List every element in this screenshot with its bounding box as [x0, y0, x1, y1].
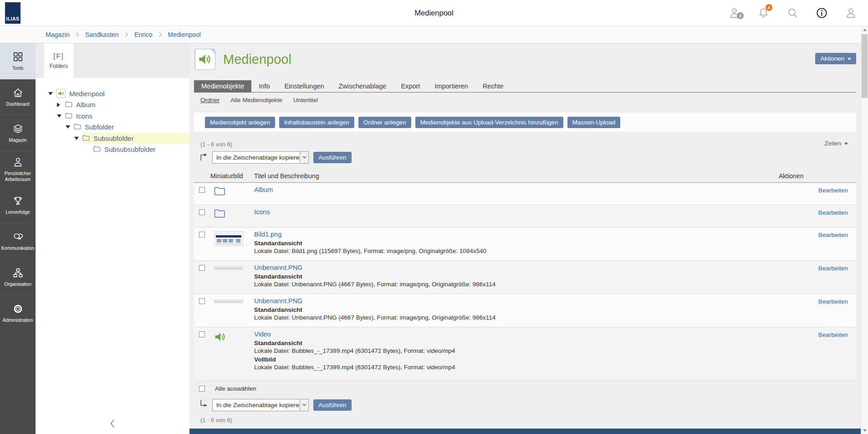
file-detail: Lokale Datei: Bubbles_-_17399.mp4 (63014…	[254, 364, 779, 371]
tree-node-icons[interactable]: Icons	[36, 110, 189, 122]
sidebar-item-tools[interactable]: Tools	[0, 43, 36, 79]
table-row: Bild1.png Standardansicht Lokale Datei: …	[194, 227, 856, 261]
scrollbar-thumb[interactable]	[862, 34, 868, 98]
tab-folders[interactable]: [F] Folders	[44, 43, 73, 78]
row-checkbox[interactable]	[199, 187, 205, 193]
media-title-link[interactable]: Unbenannt.PNG	[254, 297, 302, 305]
tree-node-label[interactable]: Subfolder	[85, 123, 114, 131]
tree-node-subfolder[interactable]: Subfolder	[36, 122, 189, 133]
sidebar-item-lernerfolge[interactable]: Lernerfolge	[0, 187, 36, 223]
tree-node-album[interactable]: Album	[36, 99, 189, 111]
expander-open-icon[interactable]	[66, 125, 71, 129]
sidebar-item-persoenlicher-arbeitsraum[interactable]: Persönlicher Arbeitsraum	[0, 151, 36, 187]
table-header-row: Miniaturbild Titel und Beschreibung Akti…	[194, 170, 856, 183]
breadcrumb-item-enrico[interactable]: Enrico	[134, 31, 153, 38]
caret-down-icon	[844, 143, 848, 145]
row-checkbox[interactable]	[199, 232, 205, 238]
tree-panel-tabs: [F] Folders	[36, 43, 189, 78]
scroll-down-button[interactable]	[861, 427, 868, 434]
tab-zwischenablage[interactable]: Zwischenablage	[332, 80, 394, 92]
select-all-checkbox[interactable]	[199, 386, 205, 392]
media-title-link[interactable]: Icons	[254, 208, 270, 216]
edit-link[interactable]: Bearbeiten	[818, 187, 848, 194]
tab-medienobjekte[interactable]: Medienobjekte	[194, 80, 251, 92]
row-checkbox[interactable]	[199, 265, 205, 271]
edit-link[interactable]: Bearbeiten	[818, 331, 848, 338]
breadcrumb-item-sandkasten[interactable]: Sandkasten	[85, 31, 119, 38]
trophy-icon	[12, 195, 24, 207]
subtab-alle-medienobjekte[interactable]: Alle Medienobjekte	[230, 97, 282, 103]
tree-node-label[interactable]: Subsubsubfolder	[104, 145, 156, 153]
tab-info[interactable]: Info	[251, 80, 277, 92]
notifications-badge: 3	[766, 4, 772, 11]
tab-importieren[interactable]: Importieren	[427, 80, 475, 92]
edit-link[interactable]: Bearbeiten	[818, 209, 848, 216]
search-icon[interactable]	[786, 5, 799, 21]
speaker-icon	[214, 337, 226, 344]
tree-node-subsubfolder[interactable]: Subsubfolder	[36, 133, 189, 144]
contacts-icon[interactable]: 3	[728, 5, 740, 21]
breadcrumb-item-medienpool[interactable]: Medienpool	[168, 31, 201, 38]
execute-button[interactable]: Ausführen	[313, 399, 352, 411]
notifications-bell-icon[interactable]: 3	[757, 5, 770, 21]
ilias-logo[interactable]: ILIAS	[5, 2, 20, 24]
tree-node-label[interactable]: Subsubfolder	[93, 134, 133, 142]
sidebar-item-kommunikation[interactable]: Kommunikation	[0, 223, 36, 259]
create-folder-button[interactable]: Ordner anlegen	[358, 117, 411, 128]
scroll-up-button[interactable]	[861, 26, 868, 33]
column-header-thumbnail: Miniaturbild	[210, 172, 254, 180]
rows-dropdown-link[interactable]: Zeilen	[824, 140, 848, 147]
add-from-upload-directory-button[interactable]: Medienobjekte aus Upload-Verzeichnis hin…	[415, 117, 563, 128]
column-header-title: Titel und Beschreibung	[254, 172, 779, 180]
actions-dropdown-button[interactable]: Aktionen	[815, 53, 856, 64]
tree-node-label[interactable]: Album	[76, 101, 96, 108]
folder-icon	[93, 145, 101, 153]
chevron-left-icon	[109, 418, 116, 429]
expander-open-icon[interactable]	[74, 137, 79, 140]
edit-link[interactable]: Bearbeiten	[818, 232, 848, 238]
tree-node-label[interactable]: Icons	[76, 112, 92, 120]
create-content-snippet-button[interactable]: Inhaltsbaustein anlegen	[279, 117, 354, 128]
breadcrumb-item-magazin[interactable]: Magazin	[46, 31, 70, 38]
bulk-action-select[interactable]: In die Zwischenablage kopieren	[212, 399, 309, 411]
tree-node-label[interactable]: Medienpool	[69, 90, 105, 98]
help-info-icon[interactable]	[815, 5, 828, 21]
sidebar-label: Persönlicher Arbeitsraum	[1, 170, 34, 182]
expander-closed-icon[interactable]	[57, 103, 62, 107]
subtab-untertitel[interactable]: Untertitel	[293, 97, 318, 103]
row-checkbox[interactable]	[199, 298, 205, 304]
tree-node-medienpool[interactable]: Medienpool	[36, 88, 189, 99]
create-media-object-button[interactable]: Medienobjekt anlegen	[205, 117, 275, 128]
expander-open-icon[interactable]	[57, 114, 62, 118]
tree-node-subsubsubfolder[interactable]: Subsubsubfolder	[36, 144, 189, 155]
tree-panel: [F] Folders Medienpool Album	[36, 43, 189, 434]
sidebar-item-magazin[interactable]: Magazin	[0, 115, 36, 151]
row-checkbox[interactable]	[199, 209, 205, 215]
edit-link[interactable]: Bearbeiten	[818, 265, 848, 272]
media-title-link[interactable]: Album	[254, 186, 273, 193]
sidebar-item-dashboard[interactable]: Dashboard	[0, 79, 36, 115]
tab-einstellungen[interactable]: Einstellungen	[277, 80, 332, 92]
media-title-link[interactable]: Unbenannt.PNG	[254, 264, 302, 271]
media-title-link[interactable]: Bild1.png	[254, 231, 281, 238]
subtab-ordner[interactable]: Ordner	[200, 97, 220, 103]
tab-rechte[interactable]: Rechte	[475, 80, 511, 92]
media-title-link[interactable]: Video	[254, 331, 271, 338]
bulk-upload-button[interactable]: Massen-Upload	[567, 117, 621, 128]
expander-open-icon[interactable]	[48, 92, 53, 95]
collapse-panel-button[interactable]	[109, 418, 116, 430]
tab-export[interactable]: Export	[393, 80, 427, 92]
sidebar-item-administration[interactable]: Administration	[0, 295, 36, 331]
edit-link[interactable]: Bearbeiten	[818, 298, 848, 305]
column-header-actions: Aktionen	[779, 172, 856, 180]
file-detail: Lokale Datei: Unbenannt.PNG (4667 Bytes)…	[254, 314, 779, 321]
execute-button[interactable]: Ausführen	[313, 152, 352, 163]
row-checkbox[interactable]	[199, 331, 205, 337]
contacts-badge: 3	[737, 12, 744, 19]
folder-icon	[65, 101, 72, 108]
user-icon[interactable]	[844, 5, 857, 21]
subtab-bar: Ordner Alle Medienobjekte Untertitel	[200, 97, 318, 103]
vertical-scrollbar[interactable]	[861, 26, 868, 434]
sidebar-item-organisation[interactable]: Organisation	[0, 259, 36, 295]
bulk-action-select[interactable]: In die Zwischenablage kopieren	[212, 151, 309, 164]
